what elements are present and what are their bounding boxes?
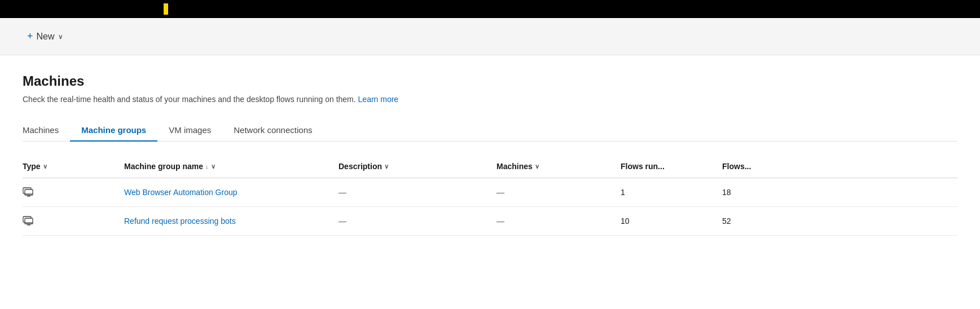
tab-vm-images[interactable]: VM images: [157, 120, 222, 142]
sort-icon-type: ∨: [43, 163, 47, 170]
page-description-text: Check the real-time health and status of…: [23, 95, 356, 104]
cell-flows-run-1: 1: [621, 188, 722, 197]
column-description[interactable]: Description ∨: [339, 162, 496, 171]
column-flows-run-label: Flows run...: [621, 162, 665, 171]
page-description: Check the real-time health and status of…: [23, 95, 957, 104]
cell-description-1: —: [339, 188, 496, 197]
cell-flows-1: 18: [722, 188, 790, 197]
column-type-label: Type: [23, 162, 41, 171]
column-flows: Flows...: [722, 162, 790, 171]
tabs-container: Machines Machine groups VM images Networ…: [23, 120, 957, 142]
cell-description-2: —: [339, 217, 496, 226]
table-header: Type ∨ Machine group name ↓ ∨ Descriptio…: [23, 155, 957, 178]
top-bar-indicator: [164, 3, 168, 15]
cell-type-2: [23, 215, 124, 227]
column-machines[interactable]: Machines ∨: [496, 162, 621, 171]
toolbar: + New ∨: [0, 18, 980, 55]
cell-machines-1: —: [496, 188, 621, 197]
tab-network-connections[interactable]: Network connections: [222, 120, 323, 142]
sort-icon-description: ∨: [384, 163, 389, 170]
table-row: Refund request processing bots — — 10 52: [23, 207, 957, 236]
new-button[interactable]: + New ∨: [23, 27, 68, 46]
top-bar: [0, 0, 980, 18]
column-description-label: Description: [339, 162, 382, 171]
table-row: Web Browser Automation Group — — 1 18: [23, 178, 957, 207]
sort-icon-name-chevron: ∨: [211, 163, 216, 170]
column-machines-label: Machines: [496, 162, 533, 171]
column-name-label: Machine group name: [124, 162, 203, 171]
column-flows-label: Flows...: [722, 162, 751, 171]
machine-group-icon: [23, 215, 35, 227]
page-title: Machines: [23, 73, 957, 89]
cell-flows-run-2: 10: [621, 217, 722, 226]
main-content: Machines Check the real-time health and …: [0, 55, 980, 309]
sort-icon-machines: ∨: [535, 163, 539, 170]
sort-icon-name-asc: ↓: [205, 163, 209, 170]
column-name[interactable]: Machine group name ↓ ∨: [124, 162, 339, 171]
cell-name-1[interactable]: Web Browser Automation Group: [124, 188, 339, 197]
chevron-down-icon: ∨: [58, 33, 63, 41]
cell-type-1: [23, 186, 124, 198]
cell-machines-2: —: [496, 217, 621, 226]
table-container: Type ∨ Machine group name ↓ ∨ Descriptio…: [23, 155, 957, 236]
column-flows-run: Flows run...: [621, 162, 722, 171]
tab-machine-groups[interactable]: Machine groups: [70, 120, 157, 142]
new-button-label: New: [37, 32, 55, 42]
plus-icon: +: [27, 30, 33, 42]
machine-group-icon: [23, 186, 35, 198]
cell-flows-2: 52: [722, 217, 790, 226]
column-type[interactable]: Type ∨: [23, 162, 124, 171]
tab-machines[interactable]: Machines: [23, 120, 70, 142]
cell-name-2[interactable]: Refund request processing bots: [124, 217, 339, 226]
learn-more-link[interactable]: Learn more: [358, 95, 399, 104]
